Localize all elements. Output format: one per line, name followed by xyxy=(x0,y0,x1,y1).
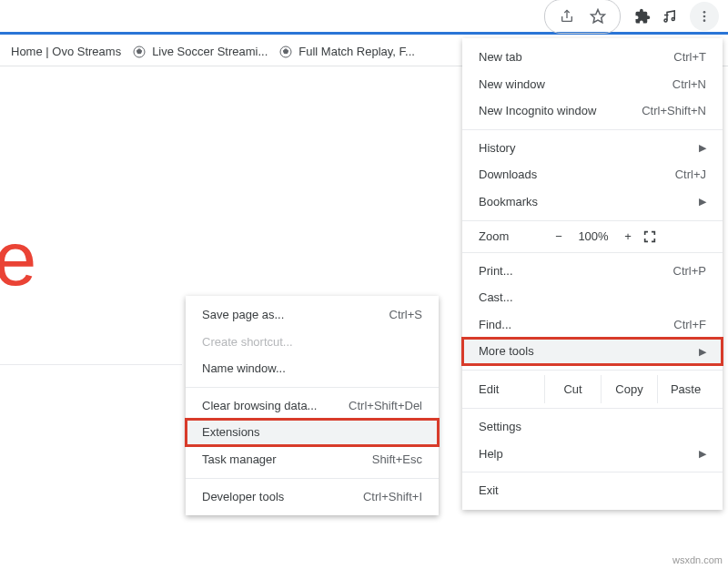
menu-label: New window xyxy=(479,77,545,92)
svg-point-5 xyxy=(703,19,706,22)
browser-toolbar xyxy=(0,0,728,35)
menu-separator xyxy=(462,370,723,371)
bookmark-item[interactable]: Full Match Replay, F... xyxy=(278,45,415,59)
menu-shortcut: Ctrl+Shift+I xyxy=(363,490,422,504)
menu-shortcut: Ctrl+Shift+N xyxy=(642,104,706,118)
menu-label: History xyxy=(479,141,515,156)
svg-marker-7 xyxy=(136,48,141,53)
submenu-extensions[interactable]: Extensions xyxy=(186,419,439,446)
menu-label: Downloads xyxy=(479,168,537,182)
more-tools-submenu: Save page as...Ctrl+S Create shortcut...… xyxy=(186,296,439,515)
menu-label: Developer tools xyxy=(202,490,284,504)
zoom-in-button[interactable]: + xyxy=(613,229,642,243)
menu-label: Help xyxy=(479,447,503,462)
submenu-developer-tools[interactable]: Developer toolsCtrl+Shift+I xyxy=(186,483,439,511)
menu-separator xyxy=(186,478,439,479)
menu-history[interactable]: History▶ xyxy=(462,135,723,162)
soccer-icon xyxy=(278,45,293,59)
media-icon[interactable] xyxy=(659,5,681,27)
menu-new-incognito[interactable]: New Incognito windowCtrl+Shift+N xyxy=(462,97,723,125)
menu-shortcut: Shift+Esc xyxy=(372,452,422,467)
chevron-right-icon: ▶ xyxy=(699,196,706,208)
cut-button[interactable]: Cut xyxy=(544,375,601,403)
svg-point-2 xyxy=(672,17,674,20)
divider xyxy=(0,364,182,365)
google-logo: gle xyxy=(0,215,35,303)
bookmark-label: Home | Ovo Streams xyxy=(11,45,121,58)
menu-label: More tools xyxy=(479,344,534,359)
menu-cast[interactable]: Cast... xyxy=(462,284,723,311)
menu-label: New tab xyxy=(479,50,522,65)
menu-separator xyxy=(462,252,723,253)
svg-marker-0 xyxy=(592,9,605,22)
share-icon[interactable] xyxy=(556,5,578,27)
svg-point-4 xyxy=(703,15,706,17)
svg-point-1 xyxy=(664,19,667,22)
bookmark-item[interactable]: Live Soccer Streami... xyxy=(132,45,268,59)
bookmark-item[interactable]: Home | Ovo Streams xyxy=(11,45,121,58)
chevron-right-icon: ▶ xyxy=(699,142,706,154)
bookmark-label: Live Soccer Streami... xyxy=(152,45,268,58)
submenu-save-page[interactable]: Save page as...Ctrl+S xyxy=(186,301,439,329)
menu-new-tab[interactable]: New tabCtrl+T xyxy=(462,44,723,71)
chevron-right-icon: ▶ xyxy=(699,448,706,460)
submenu-create-shortcut: Create shortcut... xyxy=(186,329,439,356)
menu-label: Find... xyxy=(479,318,511,332)
menu-separator xyxy=(462,220,723,221)
svg-point-3 xyxy=(703,11,706,14)
menu-print[interactable]: Print...Ctrl+P xyxy=(462,258,723,285)
menu-bookmarks[interactable]: Bookmarks▶ xyxy=(462,188,723,216)
zoom-out-button[interactable]: − xyxy=(544,229,573,243)
menu-label: Task manager xyxy=(202,452,277,467)
menu-new-window[interactable]: New windowCtrl+N xyxy=(462,71,723,98)
menu-label: Bookmarks xyxy=(479,195,538,209)
menu-settings[interactable]: Settings xyxy=(462,413,723,441)
zoom-label: Zoom xyxy=(479,229,544,243)
menu-separator xyxy=(186,387,439,388)
menu-shortcut: Ctrl+S xyxy=(389,308,422,322)
menu-help[interactable]: Help▶ xyxy=(462,441,723,468)
menu-label: Create shortcut... xyxy=(202,335,293,350)
chevron-right-icon: ▶ xyxy=(699,346,706,358)
address-bar-actions xyxy=(544,0,621,34)
paste-button[interactable]: Paste xyxy=(657,375,713,403)
menu-edit-row: Edit Cut Copy Paste xyxy=(462,375,723,403)
submenu-task-manager[interactable]: Task managerShift+Esc xyxy=(186,446,439,473)
menu-shortcut: Ctrl+J xyxy=(675,168,706,182)
edit-label: Edit xyxy=(479,382,544,396)
menu-label: Clear browsing data... xyxy=(202,399,317,413)
bookmark-label: Full Match Replay, F... xyxy=(298,45,415,58)
menu-label: Exit xyxy=(479,483,499,498)
menu-label: Save page as... xyxy=(202,308,284,322)
menu-shortcut: Ctrl+N xyxy=(672,77,706,92)
zoom-value: 100% xyxy=(573,229,613,243)
menu-separator xyxy=(462,472,723,472)
extensions-puzzle-icon[interactable] xyxy=(632,5,653,27)
menu-label: New Incognito window xyxy=(479,104,596,118)
chrome-main-menu: New tabCtrl+T New windowCtrl+N New Incog… xyxy=(462,38,723,510)
watermark: wsxdn.com xyxy=(672,554,723,565)
menu-find[interactable]: Find...Ctrl+F xyxy=(462,311,723,339)
submenu-name-window[interactable]: Name window... xyxy=(186,355,439,382)
menu-label: Extensions xyxy=(202,425,260,440)
menu-separator xyxy=(462,408,723,409)
menu-shortcut: Ctrl+T xyxy=(673,50,706,65)
menu-kebab-icon[interactable] xyxy=(690,2,719,31)
menu-shortcut: Ctrl+P xyxy=(673,264,706,279)
copy-button[interactable]: Copy xyxy=(601,375,657,403)
menu-more-tools[interactable]: More tools▶ xyxy=(462,338,723,365)
menu-label: Name window... xyxy=(202,361,286,376)
submenu-clear-browsing[interactable]: Clear browsing data...Ctrl+Shift+Del xyxy=(186,392,439,420)
menu-separator xyxy=(462,129,723,130)
svg-marker-9 xyxy=(284,48,288,53)
fullscreen-icon[interactable] xyxy=(642,229,672,244)
menu-shortcut: Ctrl+F xyxy=(673,318,706,332)
soccer-icon xyxy=(132,45,147,59)
menu-downloads[interactable]: DownloadsCtrl+J xyxy=(462,161,723,188)
menu-zoom: Zoom − 100% + xyxy=(462,226,723,248)
menu-exit[interactable]: Exit xyxy=(462,477,723,504)
menu-shortcut: Ctrl+Shift+Del xyxy=(349,399,422,413)
menu-label: Settings xyxy=(479,420,521,434)
menu-label: Print... xyxy=(479,264,513,279)
star-icon[interactable] xyxy=(587,5,609,27)
